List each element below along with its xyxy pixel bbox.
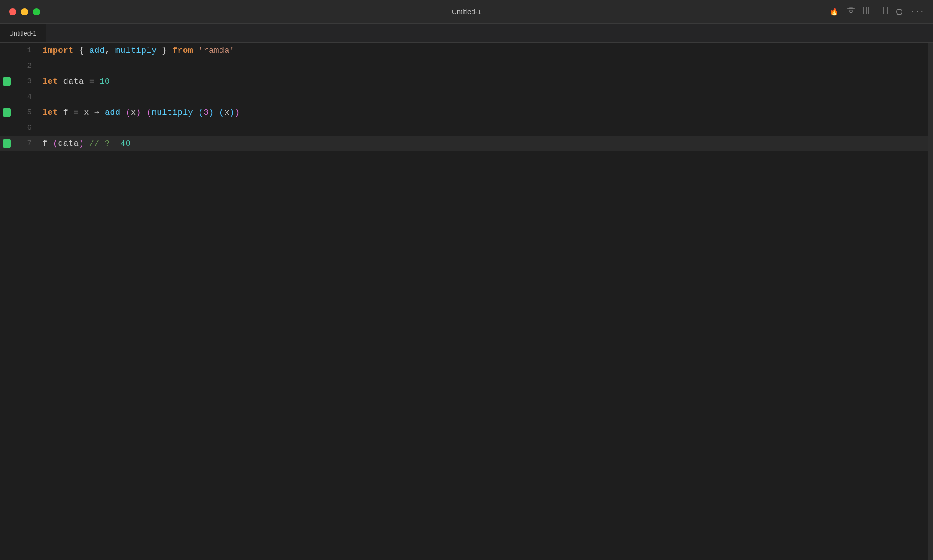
- split-icon[interactable]: [880, 7, 888, 16]
- code-content-5[interactable]: let f = x ⇒ add (x) (multiply (3) (x)): [39, 105, 928, 120]
- columns-icon[interactable]: [863, 7, 871, 16]
- editor-area: 1 import { add, multiply } from 'ramda' …: [0, 43, 933, 560]
- camera-icon[interactable]: [847, 7, 855, 16]
- code-content-3[interactable]: let data = 10: [39, 74, 928, 89]
- breakpoint-7: [0, 139, 14, 148]
- flame-icon[interactable]: 🔥: [830, 7, 839, 16]
- close-button[interactable]: [9, 8, 16, 15]
- code-content-7[interactable]: f (data) // ? 40: [39, 136, 928, 151]
- maximize-button[interactable]: [33, 8, 40, 15]
- line-number-4: 4: [14, 89, 39, 105]
- code-line-6[interactable]: 6: [0, 120, 928, 136]
- line-number-7: 7: [14, 136, 39, 151]
- breakpoint-indicator-7: [3, 139, 11, 148]
- dot-icon[interactable]: [896, 9, 902, 15]
- code-line-7[interactable]: 7 f (data) // ? 40: [0, 136, 928, 151]
- svg-rect-2: [850, 7, 852, 9]
- line-number-5: 5: [14, 105, 39, 120]
- code-line-3[interactable]: 3 let data = 10: [0, 74, 928, 89]
- tab-untitled[interactable]: Untitled-1: [0, 24, 46, 42]
- line-number-3: 3: [14, 74, 39, 89]
- toolbar-right: 🔥 ···: [830, 7, 924, 16]
- title-bar: Untitled-1 🔥 ···: [0, 0, 933, 24]
- breakpoint-indicator-5: [3, 108, 11, 117]
- more-icon[interactable]: ···: [911, 8, 924, 16]
- code-line-1[interactable]: 1 import { add, multiply } from 'ramda': [0, 43, 928, 58]
- breakpoint-indicator-3: [3, 77, 11, 86]
- line-number-6: 6: [14, 120, 39, 136]
- svg-rect-0: [847, 9, 855, 14]
- line-number-1: 1: [14, 43, 39, 58]
- tab-label: Untitled-1: [9, 30, 36, 37]
- code-line-4[interactable]: 4: [0, 89, 928, 105]
- vertical-scrollbar[interactable]: [928, 43, 933, 560]
- code-content-1[interactable]: import { add, multiply } from 'ramda': [39, 43, 928, 58]
- minimize-button[interactable]: [21, 8, 28, 15]
- svg-rect-4: [868, 7, 871, 14]
- breakpoint-3: [0, 77, 14, 86]
- line-number-2: 2: [14, 58, 39, 74]
- code-line-5[interactable]: 5 let f = x ⇒ add (x) (multiply (3) (x)): [0, 105, 928, 120]
- breakpoint-5: [0, 108, 14, 117]
- code-line-2[interactable]: 2: [0, 58, 928, 74]
- window-title: Untitled-1: [452, 8, 481, 15]
- svg-rect-3: [863, 7, 866, 14]
- tab-bar: Untitled-1: [0, 24, 933, 43]
- traffic-lights: [9, 8, 40, 15]
- svg-point-1: [850, 10, 852, 13]
